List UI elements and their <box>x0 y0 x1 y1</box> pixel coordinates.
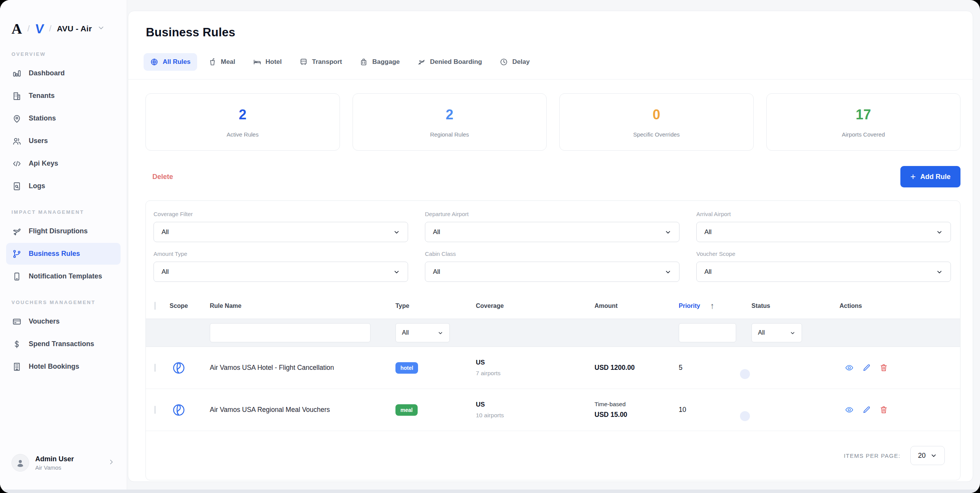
select-all-checkbox[interactable] <box>154 302 156 310</box>
sort-ascending-icon[interactable]: ↑ <box>710 301 714 311</box>
meal-cup-icon <box>208 58 217 66</box>
row-checkbox[interactable] <box>154 364 156 372</box>
column-filter-row: All All <box>146 319 960 347</box>
chevron-down-icon <box>930 452 937 459</box>
add-rule-button[interactable]: + Add Rule <box>900 166 960 187</box>
filter-amount-type: Amount Type All <box>154 251 408 282</box>
voucher-card-icon <box>11 316 22 327</box>
org-switcher[interactable]: A / V / AVU - Air <box>6 0 121 40</box>
tab-meal[interactable]: Meal <box>202 53 242 71</box>
user-menu[interactable]: Admin User Air Vamos <box>6 450 121 475</box>
sidebar-item-dashboard[interactable]: Dashboard <box>6 62 121 84</box>
rules-panel: Coverage Filter All Departure Airport Al… <box>145 200 960 480</box>
stat-value: 17 <box>856 107 871 123</box>
tab-baggage[interactable]: Baggage <box>353 53 406 71</box>
stat-label: Specific Overrides <box>633 131 680 138</box>
api-keys-icon <box>11 158 22 169</box>
edit-icon[interactable] <box>862 363 871 372</box>
col-amount: Amount <box>595 303 679 309</box>
dashboard-icon <box>11 68 22 78</box>
rule-type-tabs: All Rules Meal Hotel Transport Baggage <box>144 53 955 71</box>
bed-icon <box>253 58 261 66</box>
app-window: A / V / AVU - Air OVERVIEW Dashboard Ten… <box>0 0 980 493</box>
items-per-page-select[interactable]: 20 <box>910 446 945 465</box>
delete-button[interactable]: Delete <box>152 173 173 181</box>
page-title: Business Rules <box>146 26 955 39</box>
chevron-down-icon <box>438 330 443 336</box>
stat-airports-covered: 17 Airports Covered <box>766 93 961 151</box>
edit-icon[interactable] <box>862 405 871 414</box>
sidebar-item-vouchers[interactable]: Vouchers <box>6 311 121 332</box>
amount-type-select[interactable]: All <box>154 262 408 282</box>
sidebar-item-stations[interactable]: Stations <box>6 107 121 129</box>
sidebar-item-flight-disruptions[interactable]: Flight Disruptions <box>6 220 121 242</box>
priority-filter-input[interactable] <box>679 323 736 342</box>
stat-specific-overrides: 0 Specific Overrides <box>559 93 754 151</box>
col-priority[interactable]: Priority ↑ <box>679 301 751 311</box>
stat-label: Airports Covered <box>842 131 885 138</box>
delete-icon[interactable] <box>879 363 888 372</box>
row-actions <box>840 405 960 414</box>
coverage-region: US <box>476 401 595 408</box>
table-row: Air Vamos USA Hotel - Flight Cancellatio… <box>146 347 960 389</box>
hotel-building-icon <box>11 361 22 372</box>
type-filter-select[interactable]: All <box>395 323 450 342</box>
brand-letter-logo: A <box>11 21 22 36</box>
items-per-page-label: ITEMS PER PAGE: <box>844 452 900 459</box>
amount-value: USD 15.00 <box>595 411 679 419</box>
sidebar-item-logs[interactable]: Logs <box>6 175 121 197</box>
view-icon[interactable] <box>845 363 854 372</box>
filter-coverage: Coverage Filter All <box>154 211 408 242</box>
tab-hotel[interactable]: Hotel <box>247 53 289 71</box>
logs-icon <box>11 181 22 191</box>
coverage-filter-select[interactable]: All <box>154 222 408 242</box>
priority-value: 10 <box>679 406 751 414</box>
users-icon <box>11 136 22 146</box>
tab-transport[interactable]: Transport <box>293 53 348 71</box>
stat-label: Regional Rules <box>430 131 469 138</box>
amount-value: USD 1200.00 <box>595 364 679 372</box>
stat-label: Active Rules <box>227 131 258 138</box>
bus-icon <box>299 58 308 66</box>
filter-voucher-scope: Voucher Scope All <box>696 251 951 282</box>
window-bottom-edge <box>0 490 980 493</box>
branch-icon <box>11 249 22 259</box>
sidebar-item-api-keys[interactable]: Api Keys <box>6 153 121 174</box>
status-filter-select[interactable]: All <box>751 323 802 342</box>
chevron-down-icon <box>790 330 795 336</box>
delete-icon[interactable] <box>879 405 888 414</box>
col-actions: Actions <box>840 303 960 309</box>
tab-denied-boarding[interactable]: Denied Boarding <box>411 53 488 71</box>
sidebar-item-tenants[interactable]: Tenants <box>6 85 121 107</box>
sidebar-item-users[interactable]: Users <box>6 130 121 152</box>
rule-name: Air Vamos USA Hotel - Flight Cancellatio… <box>210 364 395 372</box>
amount-prefix: Time-based <box>595 401 679 408</box>
sidebar-item-hotel-bookings[interactable]: Hotel Bookings <box>6 356 121 377</box>
globe-scope-icon <box>170 361 210 375</box>
sidebar-item-spend-transactions[interactable]: Spend Transactions <box>6 333 121 355</box>
avatar <box>11 454 29 472</box>
plane-icon <box>11 226 22 236</box>
sidebar-section-impact: IMPACT MANAGEMENT <box>6 198 121 220</box>
plane-slash-icon <box>417 58 426 66</box>
stat-value: 2 <box>239 107 247 123</box>
tenants-icon <box>11 91 22 101</box>
col-coverage: Coverage <box>476 303 595 309</box>
arrival-airport-select[interactable]: All <box>696 222 951 242</box>
cabin-class-select[interactable]: All <box>425 262 679 282</box>
suitcase-icon <box>359 58 368 66</box>
rule-name-filter-input[interactable] <box>210 323 371 342</box>
chevron-right-icon <box>108 458 115 467</box>
departure-airport-select[interactable]: All <box>425 222 679 242</box>
tab-all-rules[interactable]: All Rules <box>144 53 197 71</box>
sidebar-item-notification-templates[interactable]: Notification Templates <box>6 265 121 287</box>
row-actions <box>840 363 960 372</box>
plus-icon: + <box>910 172 916 181</box>
toolbar: Delete + Add Rule <box>152 166 960 187</box>
view-icon[interactable] <box>845 405 854 414</box>
tab-delay[interactable]: Delay <box>493 53 536 71</box>
voucher-scope-select[interactable]: All <box>696 262 951 282</box>
sidebar-item-business-rules[interactable]: Business Rules <box>6 243 121 265</box>
chevron-down-icon <box>665 229 671 236</box>
row-checkbox[interactable] <box>154 406 156 414</box>
